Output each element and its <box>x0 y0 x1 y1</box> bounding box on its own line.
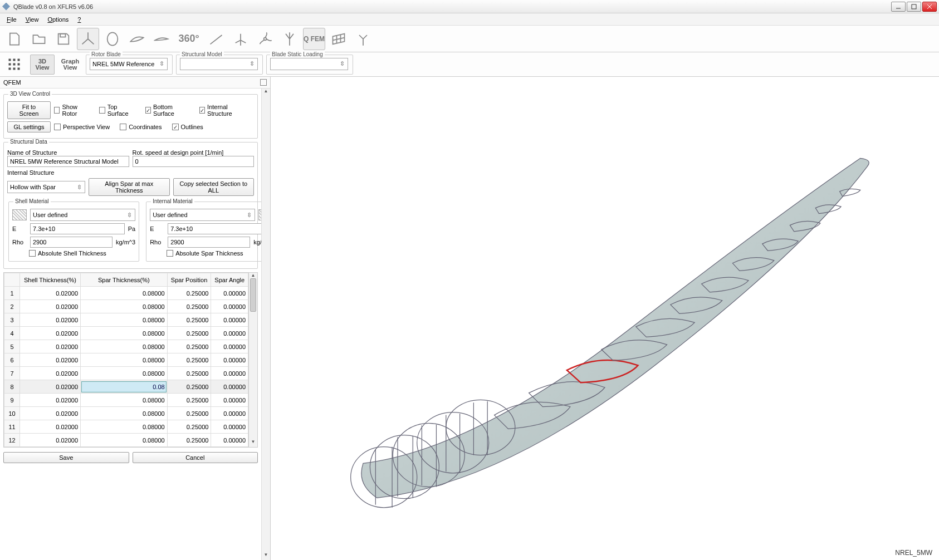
table-cell[interactable]: 0.00000 <box>211 380 248 394</box>
table-scrollbar[interactable]: ▲ ▼ <box>248 273 257 447</box>
table-row[interactable]: 30.020000.080000.250000.00000 <box>4 313 248 327</box>
row-header[interactable]: 10 <box>4 407 20 420</box>
table-cell[interactable]: 0.00000 <box>211 434 248 447</box>
airfoil2-icon[interactable] <box>150 28 173 50</box>
cell-edit-input[interactable] <box>81 381 167 392</box>
row-header[interactable]: 4 <box>4 327 20 340</box>
blade-icon[interactable] <box>205 28 227 50</box>
row-header[interactable]: 9 <box>4 394 20 407</box>
row-header[interactable]: 2 <box>4 300 20 313</box>
maximize-button[interactable] <box>907 2 921 12</box>
table-cell[interactable]: 0.00000 <box>211 340 248 353</box>
table-cell[interactable]: 0.08000 <box>81 353 168 367</box>
3d-viewport[interactable]: NREL_5MW <box>271 77 939 560</box>
turbine2-icon[interactable] <box>278 28 301 50</box>
minimize-button[interactable] <box>891 2 906 12</box>
internal-material-combo[interactable]: User defined⇳ <box>150 209 255 221</box>
copy-section-button[interactable]: Copy selected Section to ALL <box>173 178 255 196</box>
table-row[interactable]: 10.020000.080000.250000.00000 <box>4 287 248 300</box>
mesh-icon[interactable] <box>327 28 350 50</box>
points-view-button[interactable] <box>2 55 27 75</box>
row-header[interactable]: 12 <box>4 434 20 447</box>
table-cell[interactable]: 0.25000 <box>167 434 211 447</box>
perspective-check[interactable]: Perspective View <box>54 124 110 130</box>
scroll-down-icon[interactable]: ▼ <box>249 439 257 447</box>
row-header[interactable]: 5 <box>4 340 20 353</box>
table-cell[interactable]: 0.02000 <box>20 434 81 447</box>
table-row[interactable]: 100.020000.080000.250000.00000 <box>4 407 248 420</box>
table-cell[interactable]: 0.08000 <box>81 407 168 420</box>
table-cell[interactable]: 0.08000 <box>81 287 168 300</box>
turbine3-icon[interactable] <box>352 28 374 50</box>
cancel-button[interactable]: Cancel <box>133 452 258 463</box>
table-cell[interactable]: 0.08000 <box>81 394 168 407</box>
table-cell[interactable]: 0.25000 <box>167 367 211 380</box>
table-row[interactable]: 120.020000.080000.250000.00000 <box>4 434 248 447</box>
table-cell[interactable]: 0.00000 <box>211 394 248 407</box>
table-cell[interactable]: 0.25000 <box>167 327 211 340</box>
3d-view-button[interactable]: 3D View <box>30 55 55 75</box>
table-cell[interactable]: 0.02000 <box>20 300 81 313</box>
structural-model-combo[interactable]: ⇳ <box>180 58 258 70</box>
table-cell[interactable]: 0.02000 <box>20 420 81 434</box>
table-cell[interactable]: 0.02000 <box>20 367 81 380</box>
row-header[interactable]: 6 <box>4 353 20 367</box>
shell-e-input[interactable] <box>30 223 125 234</box>
row-header[interactable]: 1 <box>4 287 20 300</box>
static-loading-combo[interactable]: ⇳ <box>270 58 348 70</box>
shell-rho-input[interactable] <box>30 237 113 248</box>
rotor-blade-combo[interactable]: NREL 5MW Reference ⇳ <box>90 58 168 70</box>
internal-structure-check[interactable]: ✓Internal Structure <box>199 104 247 117</box>
table-cell[interactable]: 0.02000 <box>20 407 81 420</box>
table-cell[interactable]: 0.02000 <box>20 353 81 367</box>
table-row[interactable]: 40.020000.080000.250000.00000 <box>4 327 248 340</box>
panel-detach-icon[interactable] <box>260 79 267 86</box>
ellipse-icon[interactable] <box>101 28 124 50</box>
table-row[interactable]: 20.020000.080000.250000.00000 <box>4 300 248 313</box>
qfem-icon[interactable]: Q FEM <box>303 28 325 50</box>
gl-settings-button[interactable]: GL settings <box>7 121 51 132</box>
axes-icon[interactable] <box>77 28 99 50</box>
rotor-icon[interactable] <box>254 28 276 50</box>
table-cell[interactable]: 0.02000 <box>20 394 81 407</box>
panel-scrollbar[interactable]: ▲ ▼ <box>261 89 270 560</box>
table-cell[interactable]: 0.25000 <box>167 340 211 353</box>
table-cell[interactable]: 0.08000 <box>81 327 168 340</box>
scroll-thumb[interactable] <box>250 278 256 312</box>
table-row[interactable]: 60.020000.080000.250000.00000 <box>4 353 248 367</box>
table-cell[interactable]: 0.00000 <box>211 287 248 300</box>
table-cell[interactable]: 0.08000 <box>81 340 168 353</box>
table-cell[interactable]: 0.02000 <box>20 340 81 353</box>
table-cell[interactable]: 0.08000 <box>81 434 168 447</box>
rot-speed-input[interactable] <box>133 156 255 167</box>
menu-help[interactable]: ? <box>73 15 85 24</box>
menu-file[interactable]: File <box>2 15 21 24</box>
internal-structure-combo[interactable]: Hollow with Spar⇳ <box>7 181 85 193</box>
bottom-surface-check[interactable]: ✓Bottom Surface <box>145 104 189 117</box>
table-row[interactable]: 70.020000.080000.250000.00000 <box>4 367 248 380</box>
table-cell[interactable]: 0.25000 <box>167 380 211 394</box>
menu-view[interactable]: View <box>21 15 43 24</box>
table-row[interactable]: 110.020000.080000.250000.00000 <box>4 420 248 434</box>
panel-scroll[interactable]: 3D View Control Fit to Screen Show Rotor… <box>0 89 261 560</box>
table-cell[interactable]: 0.08000 <box>81 313 168 327</box>
table-cell[interactable]: 0.25000 <box>167 394 211 407</box>
table-cell[interactable]: 0.08000 <box>81 367 168 380</box>
save-button[interactable]: Save <box>3 452 129 463</box>
table-cell[interactable]: 0.02000 <box>20 313 81 327</box>
open-folder-icon[interactable] <box>28 28 50 50</box>
turbine1-icon[interactable] <box>229 28 252 50</box>
new-file-icon[interactable] <box>3 28 26 50</box>
table-cell[interactable]: 0.00000 <box>211 313 248 327</box>
align-spar-button[interactable]: Align Spar at max Thickness <box>89 178 170 196</box>
int-rho-input[interactable] <box>168 237 250 248</box>
structure-name-input[interactable] <box>7 156 129 167</box>
table-cell[interactable]: 0.00000 <box>211 420 248 434</box>
shell-material-swatch[interactable] <box>12 209 27 220</box>
table-cell[interactable] <box>81 380 168 394</box>
shell-material-combo[interactable]: User defined⇳ <box>30 209 135 221</box>
table-row[interactable]: 80.020000.250000.00000 <box>4 380 248 394</box>
abs-spar-check[interactable]: Absolute Spar Thickness <box>167 250 243 257</box>
airfoil1-icon[interactable] <box>126 28 148 50</box>
table-cell[interactable]: 0.25000 <box>167 300 211 313</box>
